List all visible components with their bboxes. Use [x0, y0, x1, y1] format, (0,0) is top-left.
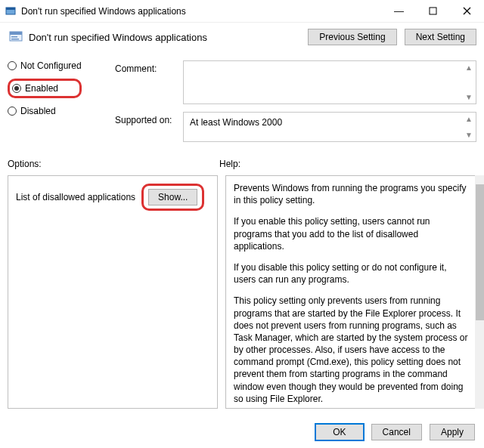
disallowed-list-label: List of disallowed applications: [16, 192, 135, 202]
scroll-up-icon[interactable]: ▲: [465, 63, 473, 72]
help-text: Prevents Windows from running the progra…: [234, 182, 468, 409]
svg-rect-1: [6, 8, 15, 10]
maximize-button[interactable]: [416, 0, 450, 23]
close-button[interactable]: [450, 0, 484, 23]
radio-disabled[interactable]: Disabled: [8, 106, 82, 116]
scroll-up-icon[interactable]: ▲: [465, 115, 473, 123]
help-panel: Prevents Windows from running the progra…: [225, 175, 476, 409]
window-title: Don't run specified Windows applications: [21, 6, 186, 17]
minimize-button[interactable]: —: [382, 0, 416, 23]
comment-input[interactable]: ▲ ▼: [183, 60, 476, 104]
cancel-button[interactable]: Cancel: [371, 424, 422, 440]
radio-not-configured[interactable]: Not Configured: [8, 60, 82, 71]
scroll-thumb[interactable]: [476, 184, 484, 320]
header: Don't run specified Windows applications…: [0, 23, 484, 50]
options-label: Options:: [8, 159, 219, 169]
svg-rect-8: [11, 39, 19, 40]
help-label: Help:: [219, 159, 476, 169]
titlebar: Don't run specified Windows applications…: [0, 0, 484, 23]
supported-on-value: At least Windows 2000: [190, 117, 282, 128]
supported-on-box: At least Windows 2000 ▲ ▼: [183, 112, 476, 142]
radio-icon: [8, 107, 17, 116]
help-p3: If you disable this policy setting or do…: [234, 261, 468, 286]
svg-rect-7: [11, 36, 17, 38]
help-scrollbar[interactable]: [475, 175, 484, 409]
svg-rect-2: [430, 8, 436, 14]
show-button[interactable]: Show...: [148, 189, 197, 205]
form-area: Comment: ▲ ▼ Supported on: At least Wind…: [115, 60, 476, 150]
radio-icon: [8, 61, 17, 70]
header-title: Don't run specified Windows applications: [29, 32, 207, 43]
radio-label: Enabled: [25, 83, 58, 94]
radio-enabled[interactable]: Enabled: [8, 79, 82, 98]
policy-icon: [8, 29, 24, 45]
comment-label: Comment:: [115, 60, 183, 74]
app-icon: [5, 5, 17, 17]
supported-on-label: Supported on:: [115, 112, 183, 125]
svg-rect-6: [10, 32, 22, 35]
previous-setting-button[interactable]: Previous Setting: [308, 29, 396, 45]
help-p2: If you enable this policy setting, users…: [234, 215, 468, 252]
radio-label: Not Configured: [20, 60, 82, 71]
state-radios: Not Configured Enabled Disabled: [8, 60, 82, 116]
ok-button[interactable]: OK: [315, 424, 363, 440]
scroll-down-icon[interactable]: ▼: [465, 131, 473, 139]
radio-label: Disabled: [20, 106, 56, 116]
help-p4: This policy setting only prevents users …: [234, 295, 468, 405]
options-panel: List of disallowed applications Show...: [8, 175, 218, 409]
section-labels: Options: Help:: [8, 159, 476, 169]
panels: List of disallowed applications Show... …: [8, 175, 476, 409]
help-p1: Prevents Windows from running the progra…: [234, 182, 468, 206]
show-button-highlight: Show...: [141, 184, 204, 211]
footer-buttons: OK Cancel Apply: [315, 424, 475, 440]
apply-button[interactable]: Apply: [430, 424, 475, 440]
scroll-down-icon[interactable]: ▼: [465, 93, 473, 101]
radio-icon: [12, 84, 21, 93]
next-setting-button[interactable]: Next Setting: [405, 29, 476, 45]
